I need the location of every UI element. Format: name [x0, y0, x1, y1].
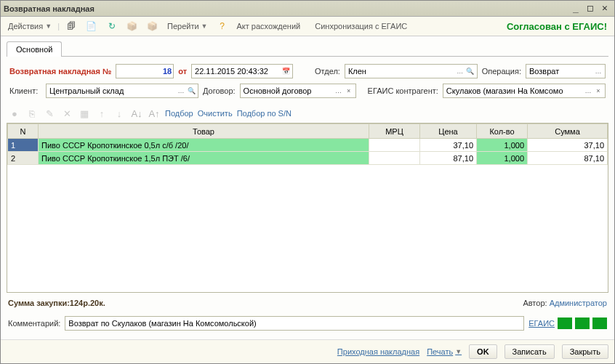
- doc-label: Возвратная накладная №: [9, 67, 111, 76]
- department-label: Отдел:: [315, 67, 340, 76]
- egais-link[interactable]: ЕГАИС: [528, 319, 555, 328]
- help-button[interactable]: ?: [214, 19, 231, 33]
- egais-contractor-field[interactable]: Скулаков (магазин На Комсомо … ×: [443, 84, 606, 98]
- lookup-icon[interactable]: …: [334, 85, 344, 97]
- operation-label: Операция:: [482, 67, 521, 76]
- col-mrc[interactable]: МРЦ: [369, 124, 420, 139]
- act-diff-button[interactable]: Акт расхождений: [234, 20, 304, 32]
- move-up-icon[interactable]: ↑: [95, 107, 108, 120]
- calendar-icon[interactable]: 📅: [281, 65, 291, 77]
- maximize-button[interactable]: □: [584, 3, 597, 15]
- col-price[interactable]: Цена: [420, 124, 477, 139]
- grid-empty-area: [7, 165, 608, 292]
- items-grid[interactable]: N Товар МРЦ Цена Кол-во Сумма 1 Пиво ССС…: [7, 123, 608, 293]
- form-row-2: Клиент: Центральный склад … 🔍 Договор: О…: [9, 84, 606, 98]
- egais-indicator: ЕГАИС: [528, 318, 607, 329]
- cell-sum: 87,10: [528, 152, 608, 165]
- egais-status-box-1: [558, 318, 572, 329]
- grid-icon[interactable]: ▦: [78, 107, 91, 120]
- receipt-link[interactable]: Приходная накладная: [337, 347, 419, 356]
- author-block: Автор: Администратор: [523, 299, 607, 307]
- goto-label: Перейти: [167, 22, 199, 31]
- col-sum[interactable]: Сумма: [528, 124, 608, 139]
- table-row[interactable]: 2 Пиво СССР Кропоткинское 1,5л ПЭТ /6/ 8…: [8, 152, 608, 165]
- print-label: Печать: [427, 347, 453, 356]
- cell-price: 87,10: [420, 152, 477, 165]
- contract-field[interactable]: Основной договор … ×: [240, 84, 356, 98]
- col-qty[interactable]: Кол-во: [477, 124, 528, 139]
- cell-n: 2: [8, 152, 39, 165]
- clear-button[interactable]: Очистить: [198, 109, 233, 118]
- toolbar-icon-2[interactable]: 📄: [83, 19, 100, 33]
- open-icon[interactable]: 🔍: [465, 65, 475, 77]
- cell-price: 37,10: [420, 139, 477, 152]
- clear-icon[interactable]: ×: [593, 85, 603, 97]
- podbor-button[interactable]: Подбор: [165, 109, 193, 118]
- print-menu[interactable]: Печать ▼: [427, 347, 462, 356]
- total-value: 124р.20к.: [70, 299, 105, 307]
- ok-button[interactable]: OK: [469, 344, 497, 359]
- toolbar-icon-1[interactable]: 🗐: [63, 19, 80, 33]
- egais-status-box-2: [575, 318, 590, 329]
- comment-field[interactable]: Возврат по Скулаков (магазин На Комсомол…: [65, 316, 524, 331]
- comment-value: Возврат по Скулаков (магазин На Комсомол…: [68, 319, 522, 328]
- actions-menu-button[interactable]: Действия ▼: [5, 20, 55, 32]
- lookup-icon[interactable]: …: [176, 85, 186, 97]
- summary-row: Сумма закупки: 124р.20к. Автор: Админист…: [7, 293, 608, 313]
- move-down-icon[interactable]: ↓: [113, 107, 126, 120]
- add-row-icon[interactable]: ●: [8, 107, 21, 120]
- table-row[interactable]: 1 Пиво СССР Кропоткинское 0,5л с/б /20/ …: [8, 139, 608, 152]
- cell-product: Пиво СССР Кропоткинское 1,5л ПЭТ /6/: [39, 152, 369, 165]
- tab-row: Основной: [7, 41, 608, 57]
- doc-number-value: 18: [119, 67, 172, 76]
- operation-field[interactable]: Возврат …: [526, 64, 606, 78]
- sync-egais-label: Синхронизация с ЕГАИС: [315, 22, 407, 31]
- close-footer-button[interactable]: Закрыть: [562, 344, 608, 359]
- total-label: Сумма закупки:: [8, 299, 70, 307]
- edit-row-icon[interactable]: ✎: [43, 107, 56, 120]
- sort-desc-icon[interactable]: A↑: [148, 107, 161, 120]
- save-button[interactable]: Записать: [505, 344, 555, 359]
- refresh-icon: ↻: [106, 20, 118, 32]
- cell-qty: 1,000: [477, 139, 528, 152]
- egais-contractor-label: ЕГАИС контрагент:: [368, 86, 438, 95]
- separator: |: [57, 22, 60, 31]
- doc-number-field[interactable]: 18: [116, 64, 174, 78]
- date-field[interactable]: 22.11.2015 20:43:32 📅: [191, 64, 293, 78]
- open-icon[interactable]: 🔍: [186, 85, 196, 97]
- client-label: Клиент:: [9, 86, 41, 95]
- tab-main[interactable]: Основной: [7, 41, 62, 57]
- sync-egais-button[interactable]: Синхронизация с ЕГАИС: [312, 20, 410, 32]
- form-row-1: Возвратная накладная № 18 от 22.11.2015 …: [9, 64, 606, 78]
- lookup-icon[interactable]: …: [455, 65, 465, 77]
- egais-contractor-value: Скулаков (магазин На Комсомо: [446, 86, 583, 95]
- copy-row-icon[interactable]: ⎘: [25, 107, 39, 120]
- author-label: Автор:: [523, 299, 549, 307]
- app-window: Возвратная накладная _ □ ✕ Действия ▼ | …: [0, 0, 615, 364]
- department-field[interactable]: Клен … 🔍: [345, 64, 478, 78]
- main-toolbar: Действия ▼ | 🗐 📄 ↻ 📦 📦 Перейти ▼ ? Акт р…: [1, 17, 614, 36]
- cell-n: 1: [8, 139, 39, 152]
- comment-label: Комментарий:: [8, 319, 60, 328]
- minimize-button[interactable]: _: [569, 3, 582, 15]
- toolbar-icon-3[interactable]: ↻: [103, 19, 121, 33]
- toolbar-icon-5[interactable]: 📦: [144, 19, 161, 33]
- sort-asc-icon[interactable]: A↓: [130, 107, 143, 120]
- goto-menu-button[interactable]: Перейти ▼: [164, 20, 211, 32]
- col-product[interactable]: Товар: [39, 124, 369, 139]
- chevron-down-icon: ▼: [201, 23, 208, 30]
- toolbar-icon-4[interactable]: 📦: [124, 19, 141, 33]
- department-value: Клен: [348, 67, 455, 76]
- col-n[interactable]: N: [8, 124, 39, 139]
- sheet-icon: 📄: [86, 20, 97, 32]
- client-field[interactable]: Центральный склад … 🔍: [46, 84, 198, 98]
- lookup-icon[interactable]: …: [593, 65, 603, 77]
- titlebar: Возвратная накладная _ □ ✕: [1, 1, 614, 17]
- clear-icon[interactable]: ×: [344, 85, 354, 97]
- podbor-sn-button[interactable]: Подбор по S/N: [237, 109, 292, 118]
- close-button[interactable]: ✕: [598, 3, 611, 15]
- lookup-icon[interactable]: …: [583, 85, 593, 97]
- delete-row-icon[interactable]: ✕: [60, 107, 73, 120]
- window-title: Возвратная накладная: [4, 4, 568, 13]
- package2-icon: 📦: [147, 20, 158, 32]
